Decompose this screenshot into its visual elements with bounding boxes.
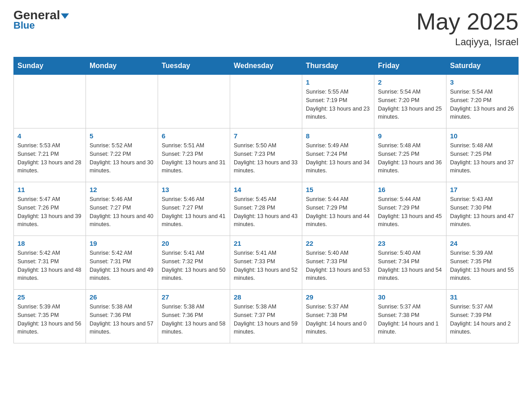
calendar-cell: 12Sunrise: 5:46 AMSunset: 7:27 PMDayligh… <box>86 182 158 236</box>
day-info: Sunrise: 5:42 AMSunset: 7:31 PMDaylight:… <box>90 249 154 283</box>
day-info: Sunrise: 5:37 AMSunset: 7:39 PMDaylight:… <box>450 303 515 336</box>
day-info: Sunrise: 5:54 AMSunset: 7:20 PMDaylight:… <box>378 88 442 121</box>
day-number: 21 <box>234 240 298 247</box>
calendar-cell: 11Sunrise: 5:47 AMSunset: 7:26 PMDayligh… <box>14 182 86 236</box>
calendar-cell <box>86 75 158 128</box>
calendar-cell: 23Sunrise: 5:40 AMSunset: 7:34 PMDayligh… <box>374 236 446 290</box>
calendar-cell: 25Sunrise: 5:39 AMSunset: 7:35 PMDayligh… <box>14 290 86 343</box>
day-info: Sunrise: 5:40 AMSunset: 7:33 PMDaylight:… <box>306 249 370 283</box>
weekday-header-tuesday: Tuesday <box>158 57 230 75</box>
day-number: 23 <box>378 240 442 247</box>
day-number: 1 <box>306 78 370 86</box>
day-number: 11 <box>17 186 82 193</box>
day-number: 25 <box>17 293 82 301</box>
day-info: Sunrise: 5:39 AMSunset: 7:35 PMDaylight:… <box>17 303 82 336</box>
calendar-cell: 6Sunrise: 5:51 AMSunset: 7:23 PMDaylight… <box>158 128 230 182</box>
weekday-header-row: SundayMondayTuesdayWednesdayThursdayFrid… <box>14 57 519 75</box>
calendar-cell: 29Sunrise: 5:37 AMSunset: 7:38 PMDayligh… <box>302 290 374 343</box>
day-info: Sunrise: 5:46 AMSunset: 7:27 PMDaylight:… <box>90 195 154 229</box>
day-number: 22 <box>306 240 370 247</box>
day-number: 28 <box>234 293 298 301</box>
day-info: Sunrise: 5:38 AMSunset: 7:36 PMDaylight:… <box>90 303 154 336</box>
calendar-cell: 4Sunrise: 5:53 AMSunset: 7:21 PMDaylight… <box>14 128 86 182</box>
calendar-cell: 26Sunrise: 5:38 AMSunset: 7:36 PMDayligh… <box>86 290 158 343</box>
day-number: 27 <box>162 293 226 301</box>
calendar-cell: 28Sunrise: 5:38 AMSunset: 7:37 PMDayligh… <box>230 290 302 343</box>
day-number: 17 <box>450 186 515 193</box>
day-number: 7 <box>234 132 298 140</box>
page-header: General Blue May 2025 Laqiyya, Israel <box>13 9 519 48</box>
logo: General Blue <box>13 9 69 31</box>
day-info: Sunrise: 5:45 AMSunset: 7:28 PMDaylight:… <box>234 195 298 229</box>
day-info: Sunrise: 5:49 AMSunset: 7:24 PMDaylight:… <box>306 141 370 175</box>
calendar-cell <box>158 75 230 128</box>
day-number: 20 <box>162 240 226 247</box>
day-info: Sunrise: 5:41 AMSunset: 7:33 PMDaylight:… <box>234 249 298 283</box>
day-number: 12 <box>90 186 154 193</box>
month-title: May 2025 <box>416 9 519 34</box>
calendar-cell: 13Sunrise: 5:46 AMSunset: 7:27 PMDayligh… <box>158 182 230 236</box>
day-info: Sunrise: 5:52 AMSunset: 7:22 PMDaylight:… <box>90 141 154 175</box>
calendar-cell: 31Sunrise: 5:37 AMSunset: 7:39 PMDayligh… <box>446 290 519 343</box>
calendar-cell: 10Sunrise: 5:48 AMSunset: 7:25 PMDayligh… <box>446 128 519 182</box>
day-number: 19 <box>90 240 154 247</box>
calendar-cell: 9Sunrise: 5:48 AMSunset: 7:25 PMDaylight… <box>374 128 446 182</box>
week-row-1: 1Sunrise: 5:55 AMSunset: 7:19 PMDaylight… <box>14 75 519 128</box>
calendar-cell: 27Sunrise: 5:38 AMSunset: 7:36 PMDayligh… <box>158 290 230 343</box>
weekday-header-thursday: Thursday <box>302 57 374 75</box>
day-number: 2 <box>378 78 442 86</box>
week-row-2: 4Sunrise: 5:53 AMSunset: 7:21 PMDaylight… <box>14 128 519 182</box>
calendar-cell: 21Sunrise: 5:41 AMSunset: 7:33 PMDayligh… <box>230 236 302 290</box>
day-number: 13 <box>162 186 226 193</box>
day-number: 6 <box>162 132 226 140</box>
day-number: 31 <box>450 293 515 301</box>
day-info: Sunrise: 5:40 AMSunset: 7:34 PMDaylight:… <box>378 249 442 283</box>
calendar-cell <box>14 75 86 128</box>
calendar-cell: 20Sunrise: 5:41 AMSunset: 7:32 PMDayligh… <box>158 236 230 290</box>
calendar-cell: 8Sunrise: 5:49 AMSunset: 7:24 PMDaylight… <box>302 128 374 182</box>
day-number: 15 <box>306 186 370 193</box>
day-number: 18 <box>17 240 82 247</box>
calendar-cell: 24Sunrise: 5:39 AMSunset: 7:35 PMDayligh… <box>446 236 519 290</box>
day-info: Sunrise: 5:38 AMSunset: 7:36 PMDaylight:… <box>162 303 226 336</box>
day-number: 30 <box>378 293 442 301</box>
calendar-cell <box>230 75 302 128</box>
weekday-header-sunday: Sunday <box>14 57 86 75</box>
logo-blue-text: Blue <box>13 20 35 31</box>
weekday-header-monday: Monday <box>86 57 158 75</box>
weekday-header-saturday: Saturday <box>446 57 519 75</box>
week-row-4: 18Sunrise: 5:42 AMSunset: 7:31 PMDayligh… <box>14 236 519 290</box>
day-number: 8 <box>306 132 370 140</box>
day-number: 9 <box>378 132 442 140</box>
calendar-cell: 7Sunrise: 5:50 AMSunset: 7:23 PMDaylight… <box>230 128 302 182</box>
calendar-cell: 16Sunrise: 5:44 AMSunset: 7:29 PMDayligh… <box>374 182 446 236</box>
calendar-cell: 1Sunrise: 5:55 AMSunset: 7:19 PMDaylight… <box>302 75 374 128</box>
day-info: Sunrise: 5:38 AMSunset: 7:37 PMDaylight:… <box>234 303 298 336</box>
day-info: Sunrise: 5:44 AMSunset: 7:29 PMDaylight:… <box>378 195 442 229</box>
day-number: 3 <box>450 78 515 86</box>
calendar-table: SundayMondayTuesdayWednesdayThursdayFrid… <box>13 57 519 343</box>
calendar-cell: 19Sunrise: 5:42 AMSunset: 7:31 PMDayligh… <box>86 236 158 290</box>
day-number: 5 <box>90 132 154 140</box>
weekday-header-friday: Friday <box>374 57 446 75</box>
title-area: May 2025 Laqiyya, Israel <box>416 9 519 48</box>
week-row-5: 25Sunrise: 5:39 AMSunset: 7:35 PMDayligh… <box>14 290 519 343</box>
weekday-header-wednesday: Wednesday <box>230 57 302 75</box>
day-info: Sunrise: 5:48 AMSunset: 7:25 PMDaylight:… <box>378 141 442 175</box>
day-info: Sunrise: 5:51 AMSunset: 7:23 PMDaylight:… <box>162 141 226 175</box>
day-number: 26 <box>90 293 154 301</box>
day-info: Sunrise: 5:41 AMSunset: 7:32 PMDaylight:… <box>162 249 226 283</box>
calendar-cell: 2Sunrise: 5:54 AMSunset: 7:20 PMDaylight… <box>374 75 446 128</box>
calendar-cell: 5Sunrise: 5:52 AMSunset: 7:22 PMDaylight… <box>86 128 158 182</box>
day-number: 16 <box>378 186 442 193</box>
day-number: 29 <box>306 293 370 301</box>
day-number: 24 <box>450 240 515 247</box>
day-number: 10 <box>450 132 515 140</box>
calendar-cell: 14Sunrise: 5:45 AMSunset: 7:28 PMDayligh… <box>230 182 302 236</box>
day-info: Sunrise: 5:42 AMSunset: 7:31 PMDaylight:… <box>17 249 82 283</box>
week-row-3: 11Sunrise: 5:47 AMSunset: 7:26 PMDayligh… <box>14 182 519 236</box>
day-info: Sunrise: 5:54 AMSunset: 7:20 PMDaylight:… <box>450 88 515 121</box>
calendar-cell: 18Sunrise: 5:42 AMSunset: 7:31 PMDayligh… <box>14 236 86 290</box>
day-number: 4 <box>17 132 82 140</box>
calendar-cell: 15Sunrise: 5:44 AMSunset: 7:29 PMDayligh… <box>302 182 374 236</box>
